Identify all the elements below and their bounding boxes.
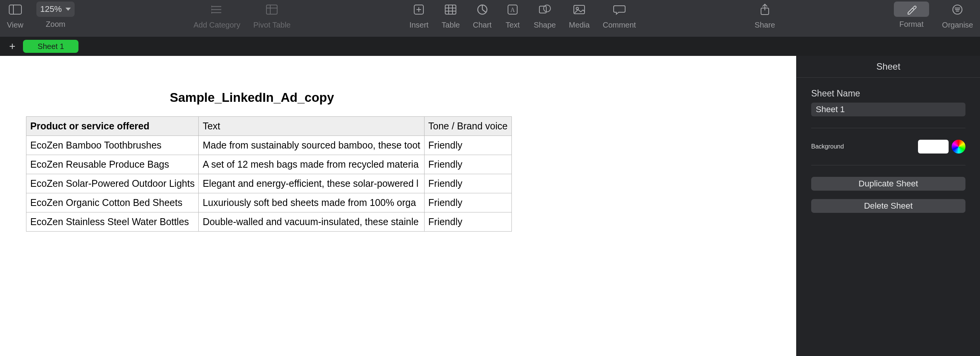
- sheet-name-label: Sheet Name: [811, 88, 965, 99]
- pivot-label: Pivot Table: [253, 21, 291, 29]
- toolbar-share-group: Share: [755, 2, 775, 36]
- header-tone[interactable]: Tone / Brand voice: [424, 117, 511, 136]
- data-table[interactable]: Product or service offered Text Tone / B…: [26, 116, 512, 232]
- add-category-button[interactable]: Add Category: [193, 2, 240, 36]
- comment-label: Comment: [603, 21, 636, 29]
- insert-button[interactable]: Insert: [409, 2, 428, 36]
- inspector-tab-label: Sheet: [876, 61, 900, 72]
- cell[interactable]: EcoZen Organic Cotton Bed Sheets: [26, 193, 199, 212]
- chart-icon: [474, 2, 490, 18]
- sheet-tab-label: Sheet 1: [38, 42, 64, 51]
- inspector-body: Sheet Name Background Duplicate Sheet De…: [797, 78, 980, 232]
- organise-button[interactable]: Organise: [942, 2, 973, 36]
- cell[interactable]: EcoZen Solar-Powered Outdoor Lights: [26, 174, 199, 193]
- spreadsheet-canvas[interactable]: Sample_LinkedIn_Ad_copy Product or servi…: [0, 56, 796, 356]
- cell[interactable]: EcoZen Stainless Steel Water Bottles: [26, 212, 199, 232]
- cell[interactable]: A set of 12 mesh bags made from recycled…: [199, 155, 424, 174]
- shape-button[interactable]: Shape: [534, 2, 556, 36]
- cell[interactable]: Double-walled and vacuum-insulated, thes…: [199, 212, 424, 232]
- svg-rect-0: [9, 5, 21, 14]
- zoom-menu[interactable]: 125% Zoom: [36, 2, 75, 36]
- divider: [811, 165, 965, 165]
- background-row: Background: [811, 140, 965, 154]
- table-header-row: Product or service offered Text Tone / B…: [26, 117, 512, 136]
- view-label: View: [7, 21, 23, 29]
- pivot-table-button[interactable]: Pivot Table: [253, 2, 291, 36]
- cell[interactable]: Friendly: [424, 193, 511, 212]
- top-toolbar: View 125% Zoom Add Category: [0, 0, 980, 37]
- media-label: Media: [569, 21, 590, 29]
- chevron-down-icon: [65, 8, 71, 11]
- svg-point-5: [211, 6, 212, 7]
- svg-rect-14: [445, 5, 456, 14]
- text-label: Text: [506, 21, 520, 29]
- add-category-label: Add Category: [193, 21, 240, 29]
- svg-rect-24: [539, 6, 546, 13]
- media-button[interactable]: Media: [569, 2, 590, 36]
- cell[interactable]: Friendly: [424, 136, 511, 155]
- cell[interactable]: Friendly: [424, 212, 511, 232]
- cell[interactable]: EcoZen Bamboo Toothbrushes: [26, 136, 199, 155]
- add-sheet-button[interactable]: +: [9, 41, 15, 52]
- duplicate-sheet-label: Duplicate Sheet: [859, 179, 918, 188]
- share-label: Share: [755, 21, 775, 29]
- chart-label: Chart: [473, 21, 492, 29]
- text-icon: A: [505, 2, 521, 18]
- zoom-value: 125%: [40, 4, 62, 14]
- table-row: EcoZen Organic Cotton Bed Sheets Luxurio…: [26, 193, 512, 212]
- svg-point-25: [544, 5, 550, 12]
- cell[interactable]: Made from sustainably sourced bamboo, th…: [199, 136, 424, 155]
- svg-rect-8: [266, 5, 277, 14]
- media-icon: [571, 2, 587, 18]
- chart-button[interactable]: Chart: [473, 2, 492, 36]
- cell[interactable]: Luxuriously soft bed sheets made from 10…: [199, 193, 424, 212]
- main-area: Sample_LinkedIn_Ad_copy Product or servi…: [0, 56, 980, 356]
- text-button[interactable]: A Text: [505, 2, 521, 36]
- zoom-pill[interactable]: 125%: [36, 2, 75, 17]
- shape-icon: [537, 2, 553, 18]
- cell[interactable]: Friendly: [424, 174, 511, 193]
- list-icon: [209, 2, 225, 18]
- delete-sheet-button[interactable]: Delete Sheet: [811, 199, 965, 213]
- header-text[interactable]: Text: [199, 117, 424, 136]
- insert-icon: [411, 2, 427, 18]
- duplicate-sheet-button[interactable]: Duplicate Sheet: [811, 177, 965, 191]
- background-label: Background: [811, 143, 844, 150]
- format-icon: [894, 2, 929, 17]
- format-button[interactable]: Format: [894, 2, 929, 36]
- view-menu[interactable]: View: [7, 2, 23, 36]
- background-color-well[interactable]: [918, 140, 949, 154]
- comment-button[interactable]: Comment: [603, 2, 636, 36]
- color-picker-icon[interactable]: [952, 140, 965, 154]
- pivot-icon: [264, 2, 280, 18]
- format-label: Format: [899, 20, 923, 29]
- toolbar-left-group: View 125% Zoom: [7, 2, 75, 36]
- toolbar-category-group: Add Category Pivot Table: [193, 2, 291, 36]
- share-button[interactable]: Share: [755, 2, 775, 36]
- table-row: EcoZen Solar-Powered Outdoor Lights Eleg…: [26, 174, 512, 193]
- format-inspector: Sheet Sheet Name Background Duplicate Sh…: [796, 56, 980, 356]
- divider: [811, 128, 965, 128]
- inspector-tab-sheet[interactable]: Sheet: [797, 56, 980, 78]
- table-icon: [443, 2, 459, 18]
- svg-line-21: [482, 10, 486, 12]
- header-product[interactable]: Product or service offered: [26, 117, 199, 136]
- svg-text:A: A: [510, 7, 515, 13]
- table-label: Table: [441, 21, 460, 29]
- cell[interactable]: Elegant and energy-efficient, these sola…: [199, 174, 424, 193]
- toolbar-right-group: Format Organise: [894, 2, 973, 36]
- organise-icon: [949, 2, 965, 18]
- table-button[interactable]: Table: [441, 2, 460, 36]
- table-row: EcoZen Bamboo Toothbrushes Made from sus…: [26, 136, 512, 155]
- shape-label: Shape: [534, 21, 556, 29]
- table-row: EcoZen Stainless Steel Water Bottles Dou…: [26, 212, 512, 232]
- sheet-name-input[interactable]: [811, 103, 965, 116]
- table-title: Sample_LinkedIn_Ad_copy: [0, 90, 504, 105]
- sheet-tab-1[interactable]: Sheet 1: [23, 40, 78, 53]
- cell[interactable]: EcoZen Reusable Produce Bags: [26, 155, 199, 174]
- organise-label: Organise: [942, 21, 973, 29]
- table-row: EcoZen Reusable Produce Bags A set of 12…: [26, 155, 512, 174]
- comment-icon: [611, 2, 627, 18]
- cell[interactable]: Friendly: [424, 155, 511, 174]
- sheet-tab-bar: + Sheet 1: [0, 37, 980, 56]
